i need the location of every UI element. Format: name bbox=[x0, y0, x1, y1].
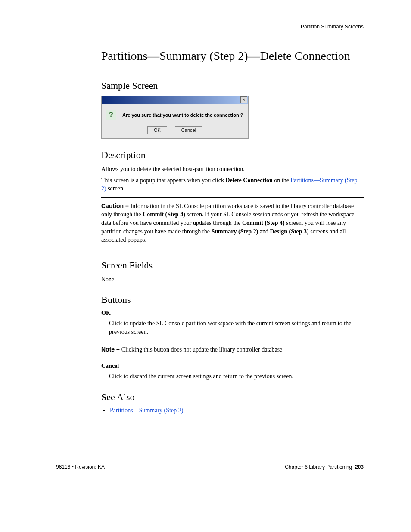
divider bbox=[101, 341, 364, 341]
ok-description: Click to update the SL Console partition… bbox=[101, 319, 364, 336]
cancel-description: Click to discard the current screen sett… bbox=[101, 372, 364, 381]
text-fragment: screen. bbox=[106, 185, 125, 192]
page-title: Partitions—Summary (Step 2)—Delete Conne… bbox=[56, 49, 364, 63]
heading-see-also: See Also bbox=[101, 392, 364, 403]
footer-left: 96116 • Revision: KA bbox=[56, 464, 105, 470]
bold-design-step3: Design (Step 3) bbox=[270, 228, 309, 235]
text-fragment: on the bbox=[273, 177, 291, 184]
heading-sample-screen: Sample Screen bbox=[101, 80, 364, 91]
see-also-list: Partitions—Summary (Step 2) bbox=[101, 407, 364, 414]
heading-buttons: Buttons bbox=[101, 294, 364, 305]
close-icon[interactable]: × bbox=[240, 96, 247, 103]
button-name-cancel: Cancel bbox=[101, 363, 364, 370]
note-label: Note – bbox=[101, 346, 121, 353]
heading-description: Description bbox=[101, 149, 364, 161]
cancel-button[interactable]: Cancel bbox=[175, 126, 202, 134]
divider bbox=[101, 249, 364, 249]
note-body: Clicking this button does not update the… bbox=[121, 346, 284, 353]
running-header: Partition Summary Screens bbox=[56, 24, 364, 30]
page-number: 203 bbox=[355, 464, 364, 470]
text-fragment: This screen is a popup that appears when… bbox=[101, 177, 225, 184]
footer-right: Chapter 6 Library Partitioning 203 bbox=[285, 464, 364, 470]
note-text: Note – Clicking this button does not upd… bbox=[101, 345, 364, 354]
ok-button[interactable]: OK bbox=[147, 126, 167, 134]
bold-delete-connection: Delete Connection bbox=[225, 177, 272, 184]
sample-dialog: × ? Are you sure that you want to delete… bbox=[101, 96, 249, 139]
button-name-ok: OK bbox=[101, 310, 364, 317]
description-p1: Allows you to delete the selected host-p… bbox=[101, 165, 364, 174]
bold-commit-step4: Commit (Step 4) bbox=[242, 220, 285, 226]
bold-commit-step4: Commit (Step 4) bbox=[143, 211, 185, 218]
caution-text: Caution – Information in the SL Console … bbox=[101, 202, 364, 244]
text-fragment: and bbox=[258, 228, 270, 235]
divider bbox=[101, 358, 364, 358]
footer-chapter: Chapter 6 Library Partitioning bbox=[285, 464, 352, 470]
dialog-titlebar: × bbox=[102, 96, 248, 104]
divider bbox=[101, 197, 364, 198]
heading-screen-fields: Screen Fields bbox=[101, 260, 364, 271]
description-p2: This screen is a popup that appears when… bbox=[101, 176, 364, 193]
question-icon: ? bbox=[106, 110, 116, 120]
bold-summary-step2: Summary (Step 2) bbox=[211, 228, 258, 235]
caution-label: Caution – bbox=[101, 202, 131, 209]
dialog-message: Are you sure that you want to delete the… bbox=[122, 112, 243, 118]
link-see-also-partitions-summary[interactable]: Partitions—Summary (Step 2) bbox=[110, 407, 183, 414]
screen-fields-body: None bbox=[101, 275, 364, 284]
